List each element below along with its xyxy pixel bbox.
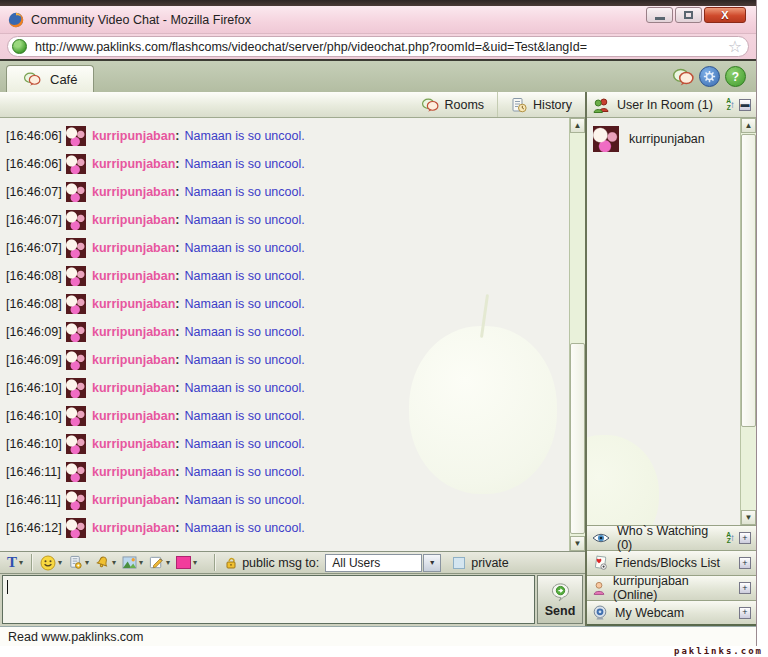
chat-message: [16:46:07] kurripunjaban : Namaan is so … (0, 178, 567, 206)
message-timestamp: [16:46:11] (6, 465, 64, 479)
close-icon: X (721, 9, 728, 21)
expand-plus-icon[interactable]: + (739, 607, 751, 619)
settings-gear-icon[interactable] (699, 66, 720, 87)
tab-cafe[interactable]: Café (6, 65, 94, 92)
expand-plus-icon[interactable]: + (739, 532, 751, 544)
edit-button[interactable]: ▾ (146, 553, 173, 572)
message-username[interactable]: kurripunjaban (92, 493, 175, 507)
message-username[interactable]: kurripunjaban (92, 521, 175, 535)
chat-message: [16:46:08] kurripunjaban : Namaan is so … (0, 262, 567, 290)
message-settings-button[interactable]: ▾ (65, 553, 92, 572)
composer-toolbar: T▾ ▾ ▾ ▾ (0, 551, 585, 574)
expand-plus-icon[interactable]: + (739, 557, 751, 569)
chat-bubbles-icon (23, 72, 41, 86)
message-timestamp: [16:46:09] (6, 325, 64, 339)
message-timestamp: [16:46:08] (6, 297, 64, 311)
font-format-button[interactable]: T▾ (4, 553, 26, 572)
chat-message: [16:46:12] kurripunjaban : Namaan is so … (0, 514, 567, 542)
message-timestamp: [16:46:08] (6, 269, 64, 283)
message-input[interactable] (2, 575, 535, 624)
section-label: Friends/Blocks List (615, 556, 732, 570)
recipient-select[interactable]: All Users (325, 554, 422, 572)
sort-az-icon[interactable]: AZ↑ (726, 532, 735, 545)
message-username[interactable]: kurripunjaban (92, 157, 175, 171)
chat-scrollbar[interactable]: ▲ ▼ (569, 118, 585, 551)
send-bubble-icon (550, 582, 571, 603)
history-button[interactable]: History (497, 92, 585, 117)
section-my-webcam[interactable]: My Webcam + (587, 601, 756, 626)
message-colon: : (175, 297, 179, 311)
users-header-actions: AZ↑ ▬ (726, 98, 751, 111)
maximize-button[interactable] (675, 7, 702, 23)
url-input[interactable]: http://www.paklinks.com/flashcoms/videoc… (7, 36, 749, 57)
message-username[interactable]: kurripunjaban (92, 269, 175, 283)
user-avatar (66, 266, 86, 286)
message-username[interactable]: kurripunjaban (92, 213, 175, 227)
scroll-up-icon[interactable]: ▲ (741, 118, 756, 133)
person-icon (592, 581, 606, 595)
message-username[interactable]: kurripunjaban (92, 325, 175, 339)
image-button[interactable]: ▾ (119, 553, 146, 572)
message-username[interactable]: kurripunjaban (92, 185, 175, 199)
users-scroll-thumb[interactable] (741, 134, 756, 427)
message-username[interactable]: kurripunjaban (92, 353, 175, 367)
users-scrollbar[interactable]: ▲ ▼ (740, 118, 756, 525)
message-timestamp: [16:46:07] (6, 185, 64, 199)
chat-message: [16:46:08] kurripunjaban : Namaan is so … (0, 290, 567, 318)
message-colon: : (175, 521, 179, 535)
bookmark-star-icon[interactable]: ☆ (728, 39, 744, 55)
message-text: Namaan is so uncool. (185, 409, 305, 423)
message-timestamp: [16:46:09] (6, 353, 64, 367)
history-label: History (533, 98, 572, 112)
scroll-up-icon[interactable]: ▲ (570, 118, 585, 133)
tab-label: Café (50, 72, 77, 87)
chat-rooms-icon[interactable] (672, 68, 694, 86)
status-text: Read www.paklinks.com (8, 630, 143, 644)
private-checkbox[interactable] (453, 557, 465, 569)
chat-scroll-thumb[interactable] (570, 343, 585, 534)
section-whos-watching[interactable]: Who`s Watching (0) AZ↑ + (587, 526, 756, 551)
collapse-icon[interactable]: ▬ (739, 99, 751, 111)
sounds-button[interactable]: ▾ (92, 553, 119, 572)
message-username[interactable]: kurripunjaban (92, 409, 175, 423)
user-avatar (66, 322, 86, 342)
message-username[interactable]: kurripunjaban (92, 129, 175, 143)
message-username[interactable]: kurripunjaban (92, 437, 175, 451)
sort-az-icon[interactable]: AZ↑ (726, 98, 735, 111)
section-my-profile[interactable]: kurripunjaban (Online) + (587, 576, 756, 601)
users-icon (592, 97, 610, 113)
help-icon[interactable]: ? (725, 66, 746, 87)
unlock-icon (224, 556, 238, 570)
recipient-select-arrow[interactable]: ▼ (423, 554, 441, 572)
message-text: Namaan is so uncool. (185, 465, 305, 479)
users-list: kurripunjaban ▲ ▼ (587, 118, 756, 525)
chevron-down-icon: ▾ (139, 558, 143, 567)
message-text: Namaan is so uncool. (185, 129, 305, 143)
message-text: Namaan is so uncool. (185, 493, 305, 507)
scroll-down-icon[interactable]: ▼ (570, 536, 585, 551)
message-username[interactable]: kurripunjaban (92, 241, 175, 255)
close-button[interactable]: X (704, 7, 746, 23)
message-username[interactable]: kurripunjaban (92, 465, 175, 479)
scroll-down-icon[interactable]: ▼ (741, 510, 756, 525)
recipient-value: All Users (332, 556, 380, 570)
chevron-down-icon: ▾ (112, 558, 116, 567)
emoticons-button[interactable]: ▾ (37, 553, 65, 572)
chat-message: [16:46:07] kurripunjaban : Namaan is so … (0, 234, 567, 262)
expand-plus-icon[interactable]: + (739, 582, 751, 594)
message-colon: : (175, 381, 179, 395)
eye-icon (592, 532, 610, 544)
color-button[interactable]: ▾ (173, 553, 200, 572)
section-friends-blocks[interactable]: Friends/Blocks List + (587, 551, 756, 576)
minimize-button[interactable] (646, 7, 673, 23)
user-list-item[interactable]: kurripunjaban (587, 118, 756, 152)
rooms-button[interactable]: Rooms (408, 92, 498, 117)
message-username[interactable]: kurripunjaban (92, 297, 175, 311)
address-bar-row: http://www.paklinks.com/flashcoms/videoc… (0, 34, 756, 61)
status-bar: Read www.paklinks.com (0, 626, 756, 646)
message-username[interactable]: kurripunjaban (92, 381, 175, 395)
message-timestamp: [16:46:10] (6, 381, 64, 395)
rooms-icon (421, 98, 439, 112)
send-button[interactable]: Send (537, 575, 583, 624)
chevron-down-icon: ▾ (193, 558, 197, 567)
